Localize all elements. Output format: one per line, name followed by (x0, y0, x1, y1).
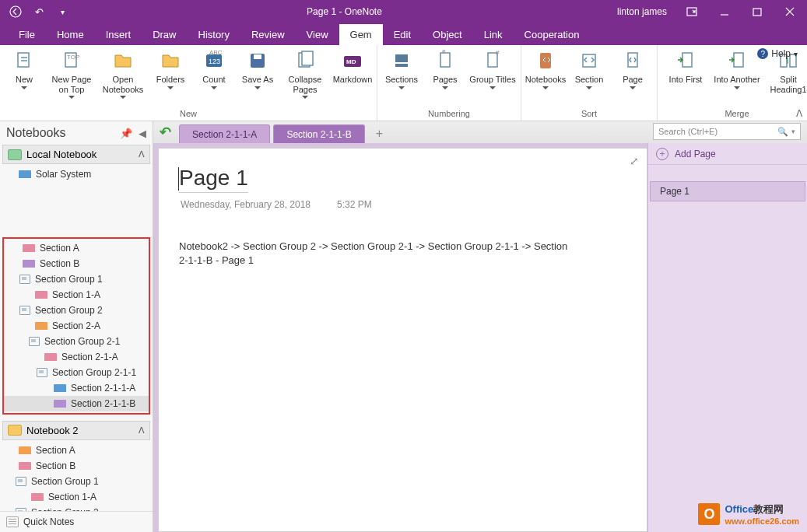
ribbon-page[interactable]: Page (612, 47, 654, 107)
page-date: Wednesday, February 28, 2018 (181, 199, 311, 210)
svg-point-0 (10, 6, 21, 17)
sidebar-item[interactable]: Section Group 1 (0, 474, 153, 489)
sidebar-item[interactable]: Section 2-1-A (4, 349, 149, 365)
search-box[interactable]: Search (Ctrl+E) 🔍 ▾ (653, 123, 801, 140)
section-icon (54, 384, 66, 392)
svg-text:ABC: ABC (209, 50, 223, 56)
folders-icon (160, 50, 181, 72)
sidebar-item[interactable]: Section 1-A (0, 489, 153, 505)
user-name[interactable]: linton james (617, 6, 667, 17)
new-page-on-top-icon: TOP (61, 50, 82, 72)
menu-tab-draw[interactable]: Draw (142, 24, 187, 45)
qat-dropdown[interactable]: ▾ (53, 2, 72, 21)
ribbon-notebooks[interactable]: Notebooks (525, 47, 567, 107)
maximize-button[interactable] (742, 0, 773, 23)
section-group-icon (37, 368, 47, 377)
menu-tab-insert[interactable]: Insert (95, 24, 142, 45)
quick-notes[interactable]: Quick Notes (0, 511, 153, 532)
minimize-button[interactable] (709, 0, 740, 23)
sidebar-item[interactable]: Section Group 2-1-1 (4, 365, 149, 380)
ribbon-folders[interactable]: Folders (149, 47, 191, 107)
search-icon: 🔍 (777, 127, 788, 137)
expand-icon[interactable]: ⤢ (630, 155, 639, 167)
chevron-up-icon: ᐱ (139, 149, 145, 159)
office-logo-icon: O (698, 503, 720, 525)
close-button[interactable] (774, 0, 805, 23)
ribbon-markdown[interactable]: MDMarkdown (332, 47, 374, 107)
menu-tab-review[interactable]: Review (240, 24, 296, 45)
page-time: 5:32 PM (337, 199, 372, 210)
ribbon-into-another[interactable]: Into Another (712, 47, 762, 107)
section-group-icon (29, 337, 40, 346)
undo-button[interactable]: ↶ (30, 2, 48, 21)
sidebar-item[interactable]: Section 1-A (4, 287, 149, 303)
sections-icon (391, 50, 412, 72)
ribbon-display-button[interactable] (676, 0, 707, 23)
notebook-sidebar: Notebooks 📌 ◀ Local Notebook ᐱ Solar Sys… (0, 121, 153, 532)
sidebar-item[interactable]: Section 2-1-1-A (4, 380, 149, 396)
help-icon: ? (757, 48, 768, 59)
new-icon (13, 50, 35, 72)
chevron-left-icon[interactable]: ◀ (139, 128, 146, 139)
sidebar-item[interactable]: Section A (4, 240, 149, 256)
ribbon-sections[interactable]: Sections (381, 47, 423, 107)
svg-rect-28 (734, 53, 743, 67)
menu-tab-history[interactable]: History (188, 24, 240, 45)
section-tabbar: ↶ Section 2-1-1-ASection 2-1-1-B + Searc… (153, 121, 807, 143)
section-group-icon (19, 275, 30, 284)
sidebar-item[interactable]: Section A (0, 443, 153, 458)
add-section-button[interactable]: + (368, 124, 391, 143)
ribbon-group-titles[interactable]: #Group Titles (468, 47, 518, 107)
section-group-icon (19, 306, 30, 315)
section-icon (35, 322, 47, 330)
page-canvas[interactable]: ⤢ Page 1 Wednesday, February 28, 2018 5:… (158, 148, 647, 532)
notebook-2[interactable]: Notebook 2 ᐱ (2, 421, 150, 440)
sidebar-item[interactable]: Section Group 2 (4, 303, 149, 318)
ribbon-open-notebooks[interactable]: Open Notebooks (98, 47, 148, 107)
menu-tab-view[interactable]: View (296, 24, 339, 45)
sidebar-item[interactable]: Section B (4, 256, 149, 271)
ribbon-into-first[interactable]: Into First (661, 47, 711, 107)
collapse-ribbon-button[interactable]: ᐱ (796, 108, 802, 119)
section-icon (19, 446, 31, 454)
ribbon-save-as[interactable]: Save As (237, 47, 279, 107)
sidebar-item[interactable]: Section Group 2 (0, 505, 153, 512)
section-tab[interactable]: Section 2-1-1-A (179, 124, 270, 143)
add-page-button[interactable]: + Add Page (648, 143, 807, 165)
ribbon-count[interactable]: 123ABCCount (193, 47, 235, 107)
open-notebooks-icon (112, 50, 134, 72)
ribbon-collapse-pages[interactable]: Collapse Pages (280, 47, 330, 107)
notebook-local[interactable]: Local Notebook ᐱ (2, 145, 150, 164)
help-button[interactable]: ?Help▾ (757, 48, 798, 59)
page-title[interactable]: Page 1 (179, 166, 248, 193)
ribbon-pages[interactable]: #Pages (424, 47, 466, 107)
content-area: ↶ Section 2-1-1-ASection 2-1-1-B + Searc… (153, 121, 807, 532)
ribbon-section[interactable]: Section (568, 47, 610, 107)
ribbon-new[interactable]: New (3, 47, 45, 107)
page-body[interactable]: Notebook2 -> Section Group 2 -> Section … (179, 240, 576, 268)
count-icon: 123ABC (203, 50, 225, 72)
sidebar-item[interactable]: Solar System (0, 166, 153, 182)
sidebar-item[interactable]: Section 2-A (4, 318, 149, 334)
sidebar-item[interactable]: Section B (0, 458, 153, 474)
menu-tab-link[interactable]: Link (473, 24, 514, 45)
section-icon (31, 493, 44, 501)
notebook-icon (8, 425, 22, 436)
menu-tab-object[interactable]: Object (422, 24, 473, 45)
menu-tab-file[interactable]: File (8, 24, 46, 45)
svg-rect-13 (254, 54, 261, 59)
menu-tab-gem[interactable]: Gem (339, 24, 383, 45)
sidebar-item[interactable]: Section Group 1 (4, 271, 149, 287)
section-tab[interactable]: Section 2-1-1-B (273, 124, 364, 143)
menu-tab-home[interactable]: Home (46, 24, 95, 45)
ribbon-new-page-on-top[interactable]: TOPNew Page on Top (47, 47, 96, 107)
sidebar-item[interactable]: Section Group 2-1 (4, 334, 149, 349)
pin-icon[interactable]: 📌 (120, 128, 132, 139)
nav-back-icon[interactable]: ↶ (155, 124, 176, 141)
menu-tab-cooperation[interactable]: Cooperation (514, 24, 591, 45)
page-list-item[interactable]: Page 1 (650, 181, 805, 201)
chevron-up-icon: ᐱ (139, 425, 145, 436)
sidebar-item[interactable]: Section 2-1-1-B (4, 396, 149, 411)
back-button[interactable] (6, 2, 25, 21)
menu-tab-edit[interactable]: Edit (383, 24, 422, 45)
